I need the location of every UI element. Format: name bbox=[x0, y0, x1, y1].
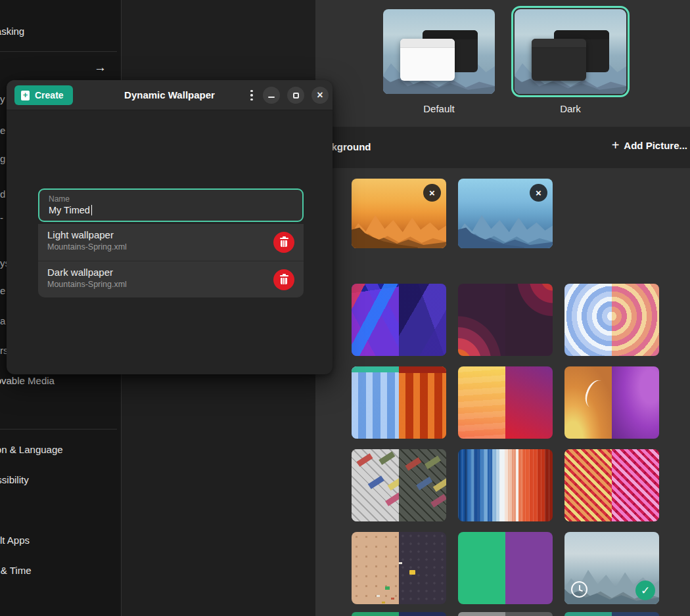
window-mockup-front-dark bbox=[532, 39, 586, 81]
list-item-light-wallpaper[interactable]: Light wallpaper Mountains-Spring.xml bbox=[38, 224, 304, 261]
wallpaper-thumb-lava-waves[interactable] bbox=[458, 284, 553, 356]
style-label-dark: Dark bbox=[515, 103, 626, 114]
name-field-value[interactable]: My Timed bbox=[49, 205, 90, 215]
add-picture-label: Add Picture... bbox=[624, 140, 687, 151]
list-item-dark-wallpaper[interactable]: Dark wallpaper Mountains-Spring.xml bbox=[38, 261, 304, 297]
maximize-icon bbox=[293, 93, 299, 99]
wallpaper-thumb-green-purple[interactable] bbox=[458, 532, 553, 604]
screen: Multitasking → y e A g d - ys e A a rs R… bbox=[0, 0, 690, 616]
maximize-button[interactable] bbox=[287, 87, 304, 104]
window-mockup-front-light bbox=[400, 39, 455, 81]
minimize-icon bbox=[268, 97, 275, 98]
sidebar-item-default-apps[interactable]: Default Apps bbox=[0, 535, 30, 546]
sidebar-item-accessibility[interactable]: Accessibility bbox=[0, 474, 29, 485]
dialog-headerbar[interactable]: Create Dynamic Wallpaper × bbox=[7, 80, 333, 110]
sidebar-item-date-time[interactable]: Date & Time bbox=[0, 565, 32, 576]
close-icon: × bbox=[317, 90, 323, 100]
style-preview-dark bbox=[515, 9, 626, 94]
wallpaper-thumb-top-down-map[interactable] bbox=[352, 532, 446, 604]
create-button[interactable]: Create bbox=[14, 85, 73, 105]
trash-icon bbox=[280, 275, 288, 284]
sidebar-divider bbox=[0, 429, 117, 429]
document-plus-icon bbox=[21, 91, 30, 100]
style-preview-default bbox=[383, 9, 495, 94]
minimize-button[interactable] bbox=[263, 87, 280, 104]
sidebar-item-region-language[interactable]: Region & Language bbox=[0, 444, 63, 455]
dialog-wallpaper-list: Light wallpaper Mountains-Spring.xml Dar… bbox=[38, 224, 304, 297]
wallpaper-thumb-misty-mountains-selected[interactable]: ✓ bbox=[564, 532, 659, 604]
remove-picture-button[interactable]: × bbox=[530, 184, 547, 202]
wallpaper-thumb-warm-waves[interactable] bbox=[458, 366, 553, 439]
sidebar-item-removable-media[interactable]: Removable Media bbox=[0, 375, 55, 386]
sidebar-divider bbox=[0, 51, 117, 52]
delete-button[interactable] bbox=[273, 269, 294, 290]
menu-button[interactable] bbox=[244, 87, 259, 104]
item-subtitle: Mountains-Spring.xml bbox=[47, 280, 264, 289]
dynamic-wallpaper-clock-icon bbox=[571, 581, 587, 598]
wallpaper-thumb-partial[interactable] bbox=[458, 612, 553, 616]
style-option-dark[interactable] bbox=[511, 6, 630, 97]
wallpaper-thumb-partial[interactable] bbox=[352, 612, 446, 616]
remove-picture-button[interactable]: × bbox=[423, 184, 441, 202]
style-option-default[interactable] bbox=[383, 9, 495, 94]
trash-icon bbox=[280, 238, 288, 247]
user-wallpaper-blue-mountains[interactable]: × bbox=[458, 179, 553, 248]
forward-arrow-icon[interactable]: → bbox=[94, 60, 106, 75]
appearance-panel: Default Dark Background + Add Picture... bbox=[315, 0, 690, 616]
close-button[interactable]: × bbox=[311, 87, 329, 104]
wallpaper-thumb-diagonal-pills[interactable] bbox=[564, 449, 659, 521]
wallpaper-thumb-partial[interactable] bbox=[564, 612, 659, 616]
close-icon: × bbox=[536, 187, 541, 198]
wallpaper-thumb-isometric-keyboard[interactable] bbox=[352, 449, 446, 521]
style-label-default: Default bbox=[383, 103, 495, 114]
plus-icon: + bbox=[612, 139, 620, 152]
selected-check-icon: ✓ bbox=[635, 581, 655, 600]
user-wallpaper-orange-mountains[interactable]: × bbox=[352, 179, 446, 248]
wallpaper-thumb-spiral-squares[interactable] bbox=[564, 284, 659, 356]
add-picture-button[interactable]: + Add Picture... bbox=[612, 139, 687, 152]
background-section-header: Background + Add Picture... bbox=[315, 127, 690, 168]
wallpaper-thumb-geometric-purple[interactable] bbox=[352, 284, 446, 356]
item-subtitle: Mountains-Spring.xml bbox=[47, 242, 264, 252]
wallpaper-thumb-paint-drips[interactable] bbox=[352, 366, 446, 439]
text-caret bbox=[91, 205, 93, 215]
wallpaper-thumb-flower-petals[interactable] bbox=[564, 366, 659, 439]
close-icon: × bbox=[429, 187, 435, 198]
name-field-label: Name bbox=[49, 194, 293, 204]
dynamic-wallpaper-dialog: Create Dynamic Wallpaper × Name My Timed… bbox=[7, 80, 333, 374]
name-field[interactable]: Name My Timed bbox=[38, 188, 304, 222]
sidebar-item-multitasking[interactable]: Multitasking bbox=[0, 26, 24, 37]
item-title: Dark wallpaper bbox=[47, 267, 264, 278]
delete-button[interactable] bbox=[273, 232, 294, 253]
wallpaper-thumb-climate-stripes[interactable] bbox=[458, 449, 553, 521]
kebab-menu-icon bbox=[250, 90, 253, 93]
create-button-label: Create bbox=[35, 90, 64, 100]
item-title: Light wallpaper bbox=[47, 229, 264, 240]
